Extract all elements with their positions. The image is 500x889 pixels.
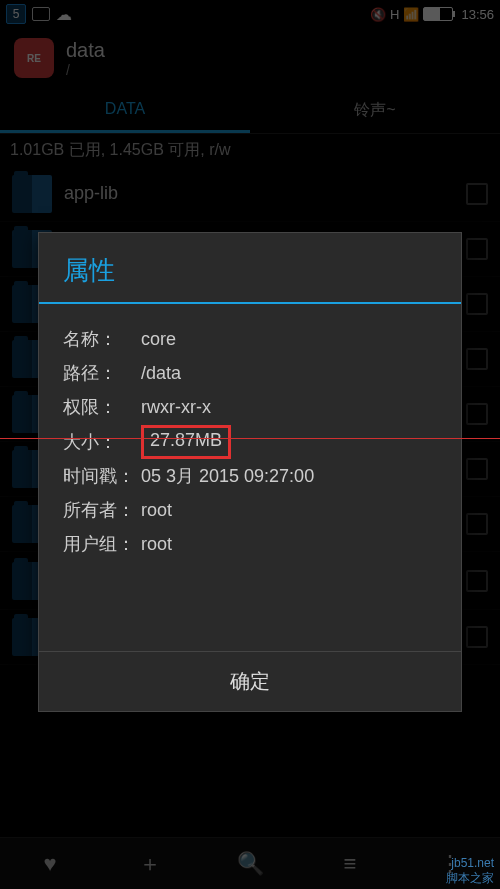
- prop-value-owner: root: [141, 493, 172, 527]
- prop-value-path: /data: [141, 356, 181, 390]
- watermark-text: 脚本之家: [446, 871, 494, 885]
- watermark-url: jb51.net: [446, 856, 494, 870]
- prop-value-size: 27.87MB: [141, 425, 231, 459]
- prop-value-perm: rwxr-xr-x: [141, 390, 211, 424]
- prop-value-name: core: [141, 322, 176, 356]
- properties-dialog: 属性 名称：core 路径：/data 权限：rwxr-xr-x 大小：27.8…: [38, 232, 462, 712]
- prop-label-owner: 所有者：: [63, 493, 141, 527]
- prop-value-time: 05 3月 2015 09:27:00: [141, 459, 314, 493]
- prop-label-path: 路径：: [63, 356, 141, 390]
- prop-label-size: 大小：: [63, 425, 141, 459]
- annotation-line: [0, 438, 500, 439]
- prop-label-perm: 权限：: [63, 390, 141, 424]
- prop-label-group: 用户组：: [63, 527, 141, 561]
- prop-value-group: root: [141, 527, 172, 561]
- watermark: jb51.net 脚本之家: [446, 856, 494, 885]
- prop-label-name: 名称：: [63, 322, 141, 356]
- ok-button[interactable]: 确定: [39, 651, 461, 711]
- dialog-body: 名称：core 路径：/data 权限：rwxr-xr-x 大小：27.87MB…: [39, 304, 461, 651]
- prop-label-time: 时间戳：: [63, 459, 141, 493]
- dialog-title: 属性: [39, 233, 461, 304]
